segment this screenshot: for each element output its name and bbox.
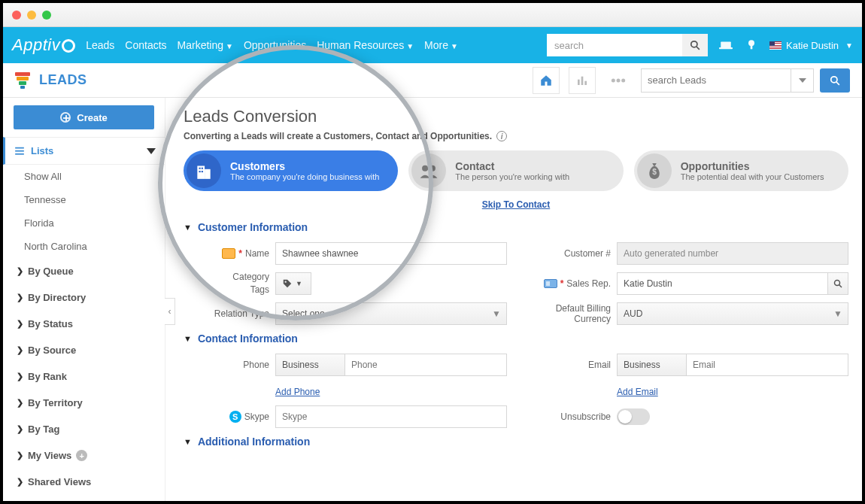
leads-funnel-icon (15, 72, 30, 89)
section-additional-info[interactable]: ▼Additional Information (184, 436, 848, 448)
svg-line-1 (697, 47, 700, 50)
svg-rect-3 (719, 47, 733, 49)
nav-leads[interactable]: Leads (86, 39, 114, 51)
svg-rect-5 (751, 45, 753, 49)
more-actions-button[interactable] (605, 67, 632, 94)
skype-icon: S (229, 411, 241, 423)
notifications-icon[interactable] (744, 38, 759, 53)
add-phone-link[interactable]: Add Phone (275, 387, 320, 397)
nav-hr[interactable]: Human Resources▼ (317, 39, 414, 51)
skip-to-contact-link[interactable]: Skip To Contact (482, 199, 550, 210)
email-label: Email (525, 360, 617, 370)
svg-line-28 (839, 285, 842, 288)
sidebar-collapse-handle[interactable]: ‹ (165, 298, 175, 325)
sidebar-item-florida[interactable]: Florida (3, 211, 165, 235)
email-type-select[interactable]: Business (617, 354, 686, 376)
tags-select[interactable]: ▼ (275, 272, 311, 295)
sidebar-by-queue[interactable]: ❯By Queue (3, 258, 165, 284)
moneybag-icon: $ (637, 153, 672, 188)
chart-view-button[interactable] (569, 67, 596, 94)
name-input[interactable] (275, 242, 507, 265)
skype-label: SSkype (184, 411, 275, 423)
sidebar-item-new-business[interactable]: New Business (3, 495, 165, 501)
user-name: Katie Dustin (786, 40, 839, 51)
sidebar-by-status[interactable]: ❯By Status (3, 311, 165, 337)
step-contact[interactable]: ContactThe person you're working with (408, 150, 623, 191)
people-icon (411, 153, 446, 188)
create-button[interactable]: Create (14, 105, 154, 129)
svg-point-9 (612, 78, 615, 82)
sidebar-my-views[interactable]: ❯My Views+ (3, 442, 165, 469)
user-menu[interactable]: Katie Dustin ▼ (769, 40, 853, 51)
svg-rect-17 (197, 166, 205, 179)
svg-rect-7 (581, 76, 584, 84)
sidebar-lists-header[interactable]: Lists (3, 137, 165, 165)
sidebar-item-tennesse[interactable]: Tennesse (3, 188, 165, 211)
salesrep-label: *Sales Rep. (525, 278, 617, 289)
card-icon (544, 279, 557, 288)
salesrep-lookup-button[interactable] (828, 272, 848, 295)
svg-rect-16 (15, 153, 24, 154)
global-search (547, 34, 708, 56)
nav-more[interactable]: More▼ (424, 39, 458, 51)
svg-rect-8 (584, 80, 587, 84)
sidebar-item-show-all[interactable]: Show All (3, 165, 165, 188)
svg-point-10 (617, 78, 621, 82)
sidebar-by-territory[interactable]: ❯By Territory (3, 390, 165, 416)
skype-input[interactable] (275, 405, 507, 428)
section-customer-info[interactable]: ▼Customer Information (184, 221, 848, 233)
leads-search-input[interactable] (641, 68, 791, 93)
sidebar-by-tag[interactable]: ❯By Tag (3, 416, 165, 442)
building-chip-icon (222, 248, 235, 259)
nav-contacts[interactable]: Contacts (125, 39, 166, 51)
svg-rect-21 (199, 171, 201, 172)
chevron-down-icon (147, 148, 156, 154)
page-subtitle: Converting a Leads will create a Custome… (184, 131, 848, 141)
close-window-icon[interactable] (12, 11, 21, 20)
svg-rect-20 (202, 168, 203, 169)
svg-point-26 (285, 281, 287, 283)
svg-rect-6 (578, 79, 580, 84)
svg-point-0 (691, 41, 697, 47)
apps-icon[interactable] (718, 38, 733, 53)
leads-search (641, 68, 850, 93)
add-view-icon[interactable]: + (76, 450, 87, 461)
step-opportunities[interactable]: $ OpportunitiesThe potential deal with y… (634, 150, 848, 191)
global-search-button[interactable] (682, 34, 708, 56)
brand-logo[interactable]: Apptiv (12, 35, 75, 55)
email-input[interactable] (686, 354, 848, 376)
salesrep-input[interactable] (617, 272, 828, 295)
svg-line-13 (836, 81, 839, 84)
leads-search-button[interactable] (820, 68, 850, 93)
sidebar-by-directory[interactable]: ❯By Directory (3, 284, 165, 311)
phone-type-select[interactable]: Business (275, 354, 344, 376)
flag-icon (769, 41, 782, 50)
minimize-window-icon[interactable] (27, 11, 36, 20)
sidebar-by-source[interactable]: ❯By Source (3, 337, 165, 363)
plus-icon (60, 112, 71, 123)
maximize-window-icon[interactable] (42, 11, 51, 20)
svg-point-27 (834, 281, 839, 286)
sidebar-by-rank[interactable]: ❯By Rank (3, 363, 165, 390)
relation-label: Relation Type (184, 308, 275, 319)
relation-select[interactable]: Select one (275, 302, 507, 325)
leads-search-dropdown[interactable] (791, 68, 814, 93)
sidebar: Create Lists Show All Tennesse Florida N… (3, 98, 165, 501)
section-contact-info[interactable]: ▼Contact Information (184, 332, 848, 345)
svg-point-23 (422, 165, 428, 172)
phone-input[interactable] (344, 354, 507, 376)
add-email-link[interactable]: Add Email (617, 387, 658, 397)
svg-point-11 (621, 78, 625, 82)
sidebar-shared-views[interactable]: ❯Shared Views (3, 469, 165, 495)
global-search-input[interactable] (547, 34, 682, 56)
svg-point-12 (831, 76, 837, 82)
home-view-button[interactable] (533, 67, 560, 94)
currency-select[interactable]: AUD (617, 302, 848, 325)
step-customers[interactable]: CustomersThe company you're doing busine… (184, 150, 398, 191)
sidebar-item-north-carolina[interactable]: North Carolina (3, 235, 165, 258)
unsubscribe-toggle[interactable] (617, 408, 650, 425)
info-icon[interactable]: i (496, 131, 507, 141)
nav-marketing[interactable]: Marketing▼ (178, 39, 233, 51)
nav-opportunities[interactable]: Opportunities (244, 39, 306, 51)
customer-no-input (617, 242, 848, 265)
